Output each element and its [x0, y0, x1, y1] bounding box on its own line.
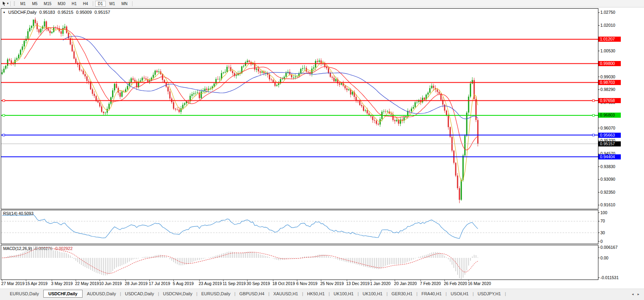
line-handle — [592, 115, 594, 117]
candlesticks — [2, 18, 478, 204]
price-line-label[interactable]: 0.99800 — [598, 61, 621, 66]
rsi-tick-label: 0 — [600, 239, 603, 244]
timeframe-d1-button[interactable]: D1 — [95, 1, 106, 7]
price-line-label[interactable]: 0.95663 — [598, 133, 621, 138]
date-tick-label: 25 Nov 2019 — [320, 281, 344, 286]
toolbar-separator — [93, 1, 93, 6]
tab-usdjpy-h1[interactable]: USDJPY,H1 — [474, 290, 504, 297]
cursor-tool-icon — [2, 1, 6, 6]
low-value: 0.95009 — [76, 10, 92, 15]
price-tick-label: 1.02010 — [600, 23, 615, 28]
timeframe-group-higher: D1W1MN — [95, 1, 131, 7]
tab-xauusd-h1[interactable]: XAUUSD,H1 — [270, 290, 302, 297]
date-tick-label: 22 May 2019 — [75, 281, 99, 286]
tab-usdcnh-daily[interactable]: USDCNH,Daily — [160, 290, 196, 297]
price-line-label[interactable]: 1.01207 — [598, 37, 621, 42]
tab-ger30-h1[interactable]: GER30,H1 — [388, 290, 416, 297]
price-tick-label: 0.92350 — [600, 190, 615, 195]
date-tick-label: 1 Jan 2020 — [370, 281, 390, 286]
tab-gbpusd-h4[interactable]: GBPUSD,H4 — [236, 290, 268, 297]
toolbar-grip-handle[interactable] — [14, 2, 15, 6]
symbol-period-label: USDCHF,Daily — [8, 10, 37, 15]
tab-uk100-h1[interactable]: UK100,H1 — [359, 290, 386, 297]
date-tick-label: 18 Oct 2019 — [272, 281, 295, 286]
tab-eurusd-daily[interactable]: EURUSD,Daily — [6, 290, 42, 297]
pane-border — [1, 9, 598, 209]
rsi-tick-label: 100 — [600, 210, 607, 215]
pane-border — [1, 210, 598, 244]
tab-hk50-h1[interactable]: HK50,H1 — [304, 290, 328, 297]
trading-terminal-window: ▾ M1M5M15M30H1H4 D1W1MN ▼ USDCHF,Daily 0… — [0, 0, 644, 300]
ma-slow-line — [63, 36, 478, 119]
timeframe-w1-button[interactable]: W1 — [107, 1, 118, 7]
date-tick-label: 23 Aug 2019 — [199, 281, 222, 286]
tab-separator: | — [504, 291, 506, 296]
cursor-tool-button[interactable]: ▾ — [2, 1, 9, 6]
date-tick-label: 26 Feb 2020 — [444, 281, 467, 286]
chart-tabs: EURUSD,DailyUSDCHF,DailyAUDUSD,Daily|USD… — [6, 289, 506, 298]
timeframe-m15-button[interactable]: M15 — [41, 1, 54, 7]
date-tick-label: 27 Mar 2019 — [1, 281, 24, 286]
timeframe-m1-button[interactable]: M1 — [18, 1, 29, 7]
timeframe-h1-button[interactable]: H1 — [69, 1, 79, 7]
tab-usdcad-daily[interactable]: USDCAD,Daily — [121, 290, 158, 297]
close-value: 0.95157 — [94, 10, 110, 15]
timeframe-group-intraday: M1M5M15M30H1H4 — [17, 1, 91, 7]
tool-dropdown-caret-icon[interactable]: ▾ — [7, 2, 9, 5]
tab-audusd-daily[interactable]: AUDUSD,Daily — [83, 290, 120, 297]
tab-fra40-h1[interactable]: FRA40,H1 — [418, 290, 445, 297]
macd-signal-value: -0.002922 — [54, 246, 72, 251]
date-tick-label: 15 Apr 2019 — [25, 281, 48, 286]
date-tick-label: 11 Sep 2019 — [223, 281, 246, 286]
price-line-label[interactable]: 0.94404 — [598, 154, 621, 159]
tab-usoil-h1[interactable]: USOil,H1 — [447, 290, 472, 297]
date-tick-label: 5 Aug 2019 — [173, 281, 194, 286]
tab-usdchf-daily[interactable]: USDCHF,Daily — [43, 290, 83, 298]
date-tick-label: 17 Jul 2019 — [149, 281, 170, 286]
price-line-label[interactable]: 0.96803 — [598, 113, 621, 118]
price-tick-label: 0.98290 — [600, 87, 615, 92]
line-handle — [3, 134, 5, 136]
macd-name: MACD(12,26,9) — [3, 246, 32, 251]
line-handle — [592, 100, 594, 102]
price-tick-label: 0.93090 — [600, 177, 615, 182]
ma-fast-line — [9, 25, 478, 181]
timeframe-m5-button[interactable]: M5 — [29, 1, 40, 7]
tab-scroll-controls: ◂ ▸ — [632, 289, 639, 296]
date-tick-label: 3 May 2019 — [51, 281, 73, 286]
chart-title: ▼ USDCHF,Daily 0.95183 0.95215 0.95009 0… — [3, 10, 110, 15]
macd-tick-label: 0.00 — [600, 256, 608, 261]
macd-main-value: -0.000276 — [34, 246, 52, 251]
tab-uk100-h1[interactable]: UK100,H1 — [330, 290, 357, 297]
toolbar-separator — [10, 1, 11, 6]
rsi-tick-label: 70 — [600, 219, 605, 224]
rsi-tick-label: 30 — [600, 230, 605, 235]
date-tick-label: 7 Feb 2020 — [420, 281, 441, 286]
date-tick-label: 16 Mar 2020 — [468, 281, 491, 286]
open-value: 0.95183 — [39, 10, 55, 15]
ma-medium-line — [24, 28, 478, 150]
price-tick-label: 1.00530 — [600, 48, 615, 54]
date-tick-label: 10 Jun 2019 — [99, 281, 122, 286]
price-tick-label: 0.91610 — [600, 202, 615, 207]
chart-canvas[interactable] — [0, 0, 644, 289]
scroll-tabs-right-icon[interactable]: ▸ — [637, 292, 639, 296]
collapse-chart-icon[interactable]: ▼ — [3, 11, 6, 14]
macd-signal-line — [2, 248, 478, 274]
price-line-label[interactable]: 0.97658 — [598, 98, 621, 103]
tab-eurusd-daily[interactable]: EURUSD,Daily — [198, 290, 234, 297]
scroll-tabs-left-icon[interactable]: ◂ — [632, 292, 634, 296]
timeframe-h4-button[interactable]: H4 — [80, 1, 91, 7]
timeframe-mn-button[interactable]: MN — [119, 1, 131, 7]
date-tick-label: 28 Jun 2019 — [125, 281, 148, 286]
chart-tabs-bar: EURUSD,DailyUSDCHF,DailyAUDUSD,Daily|USD… — [0, 289, 644, 300]
date-tick-label: 6 Nov 2019 — [296, 281, 318, 286]
macd-histogram — [2, 246, 478, 279]
price-tick-label: 0.96070 — [600, 126, 615, 131]
macd-tick-label: -0.011531 — [600, 275, 619, 280]
high-value: 0.95215 — [58, 10, 74, 15]
date-tick-label: 13 Dec 2019 — [346, 281, 370, 286]
price-line-label[interactable]: 0.98703 — [598, 80, 621, 85]
timeframe-m30-button[interactable]: M30 — [55, 1, 68, 7]
current-price-label: 0.95157 — [598, 141, 621, 146]
